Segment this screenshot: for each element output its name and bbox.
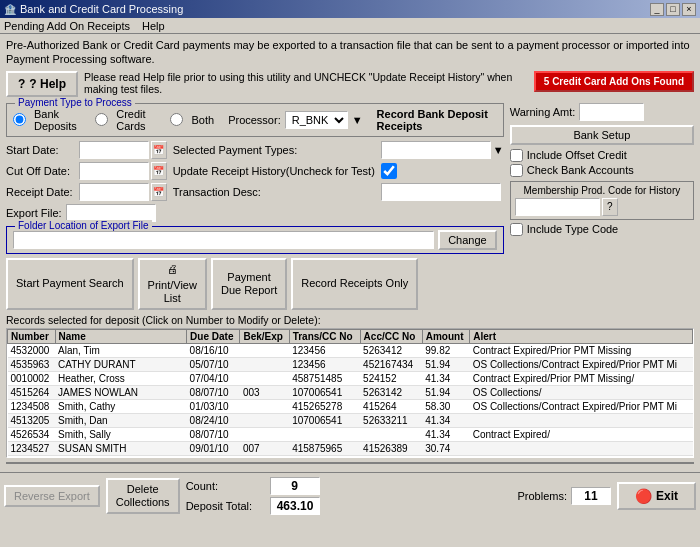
question-icon: ?	[18, 77, 25, 91]
exit-icon: 🔴	[635, 488, 652, 504]
transaction-desc-input[interactable]: MEMBER FEES	[381, 183, 501, 201]
problems-value: 11	[571, 487, 611, 505]
transaction-desc-label: Transaction Desc:	[173, 186, 375, 198]
table-row[interactable]: 0010002Heather, Cross07/04/1045875148552…	[8, 372, 693, 386]
include-offset-label: Include Offset Credit	[527, 149, 627, 161]
cutoff-date-input[interactable]: Sep 02/10	[79, 162, 149, 180]
count-value: 9	[270, 477, 320, 495]
export-file-label: Export File:	[6, 207, 62, 219]
records-label: Records selected for deposit (Click on N…	[6, 314, 694, 326]
reverse-export-label: Reverse Export	[14, 490, 90, 502]
warning-amt-input[interactable]: 100.00	[579, 103, 644, 121]
help-text: Please read Help file prior to using thi…	[84, 71, 528, 95]
table-row[interactable]: 0001076Welman-Nickerson, Susan02/06/1041…	[8, 456, 693, 459]
processor-label: Processor:	[228, 114, 281, 126]
check-bank-checkbox[interactable]	[510, 164, 523, 177]
cutoff-cal-btn[interactable]: 📅	[151, 162, 167, 180]
table-row[interactable]: 4535963CATHY DURANT05/07/101234564521674…	[8, 358, 693, 372]
include-type-checkbox[interactable]	[510, 223, 523, 236]
payment-due-label: PaymentDue Report	[221, 271, 277, 297]
menu-pending[interactable]: Pending Add On Receipts	[4, 20, 130, 32]
receipt-date-input[interactable]: Sep 02/10	[79, 183, 149, 201]
count-label: Count:	[186, 480, 266, 492]
membership-input[interactable]: MONTHLY	[515, 198, 600, 216]
update-receipt-checkbox[interactable]	[381, 163, 397, 179]
table-row[interactable]: 4526534Smith, Sally08/07/1041.34Contract…	[8, 428, 693, 442]
col-bek-exp: Bek/Exp	[240, 330, 289, 344]
table-row[interactable]: 4513205Smith, Dan08/24/10107006541526332…	[8, 414, 693, 428]
start-payment-button[interactable]: Start Payment Search	[6, 258, 134, 311]
label-bank-deposits: Bank Deposits	[34, 108, 87, 132]
exit-button[interactable]: 🔴 Exit	[617, 482, 696, 510]
payment-type-label: Payment Type to Process	[15, 97, 135, 108]
window-title: Bank and Credit Card Processing	[20, 3, 183, 15]
records-table: Number Name Due Date Bek/Exp Trans/CC No…	[6, 328, 694, 458]
processor-select[interactable]: R_BNK	[285, 111, 348, 129]
menu-help[interactable]: Help	[142, 20, 165, 32]
record-receipts-button[interactable]: Record Receipts Only	[291, 258, 418, 311]
close-btn[interactable]: ×	[682, 3, 696, 16]
col-amount: Amount	[422, 330, 469, 344]
start-date-cal-btn[interactable]: 📅	[151, 141, 167, 159]
table-row[interactable]: 4532000Alan, Tim08/16/10123456526341299.…	[8, 344, 693, 358]
delete-collections-label: DeleteCollections	[116, 483, 170, 508]
table-row[interactable]: 4515264JAMES NOWLAN08/07/100031070065415…	[8, 386, 693, 400]
maximize-btn[interactable]: □	[666, 3, 680, 16]
col-number: Number	[8, 330, 56, 344]
help-button[interactable]: ? ? Help	[6, 71, 78, 97]
alert-button[interactable]: 5 Credit Card Add Ons Found	[534, 71, 694, 92]
start-date-label: Start Date:	[6, 144, 73, 156]
check-bank-label: Check Bank Accounts	[527, 164, 634, 176]
delete-collections-button[interactable]: DeleteCollections	[106, 478, 180, 514]
receipt-date-label: Receipt Date:	[6, 186, 73, 198]
print-view-label: Print/ViewList	[148, 279, 197, 305]
print-icon: 🖨	[167, 263, 178, 276]
exit-label: Exit	[656, 489, 678, 503]
record-bank-label: Record Bank Deposit Receipts	[377, 108, 497, 132]
include-offset-checkbox[interactable]	[510, 149, 523, 162]
radio-both[interactable]	[170, 113, 183, 126]
problems-label: Problems:	[517, 490, 567, 502]
label-credit-cards: Credit Cards	[116, 108, 162, 132]
print-view-button[interactable]: 🖨 Print/ViewList	[138, 258, 207, 311]
table-row[interactable]: 1234527SUSAN SMITH09/01/1000741587596541…	[8, 442, 693, 456]
cutoff-date-label: Cut Off Date:	[6, 165, 73, 177]
folder-section-label: Folder Location of Export File	[15, 220, 152, 231]
help-label: ? Help	[29, 77, 66, 91]
dropdown-arrow-icon: ▼	[493, 144, 504, 156]
include-type-label: Include Type Code	[527, 223, 619, 235]
radio-bank-deposits[interactable]	[13, 113, 26, 126]
payment-due-button[interactable]: PaymentDue Report	[211, 258, 287, 311]
update-receipt-label: Update Receipt History(Uncheck for Test)	[173, 165, 375, 177]
col-acc: Acc/CC No	[360, 330, 422, 344]
folder-input[interactable]: C:\HEALTH\BANK	[13, 231, 434, 249]
start-date-input[interactable]	[79, 141, 149, 159]
bank-setup-button[interactable]: Bank Setup	[510, 125, 694, 145]
col-name: Name	[55, 330, 187, 344]
membership-question-btn[interactable]: ?	[602, 198, 618, 216]
reverse-export-button[interactable]: Reverse Export	[4, 485, 100, 507]
col-trans: Trans/CC No	[289, 330, 360, 344]
change-button[interactable]: Change	[438, 230, 497, 250]
radio-credit-cards[interactable]	[95, 113, 108, 126]
problems-section: Problems: 11	[517, 487, 611, 505]
dropdown-icon: ▼	[352, 114, 363, 126]
minimize-btn[interactable]: _	[650, 3, 664, 16]
col-alert: Alert	[470, 330, 693, 344]
label-both: Both	[191, 114, 214, 126]
selected-payment-input[interactable]	[381, 141, 491, 159]
count-section: Count: 9 Deposit Total: 463.10	[186, 477, 321, 515]
receipt-cal-btn[interactable]: 📅	[151, 183, 167, 201]
selected-payment-label: Selected Payment Types:	[173, 144, 375, 156]
deposit-label: Deposit Total:	[186, 500, 266, 512]
table-row[interactable]: 1234508Smith, Cathy01/03/104152652784152…	[8, 400, 693, 414]
membership-title: Membership Prod. Code for History	[515, 185, 689, 196]
deposit-value: 463.10	[270, 497, 321, 515]
warning-amt-label: Warning Amt:	[510, 106, 576, 118]
col-due-date: Due Date	[187, 330, 240, 344]
info-text: Pre-Authorized Bank or Credit Card payme…	[6, 38, 694, 67]
